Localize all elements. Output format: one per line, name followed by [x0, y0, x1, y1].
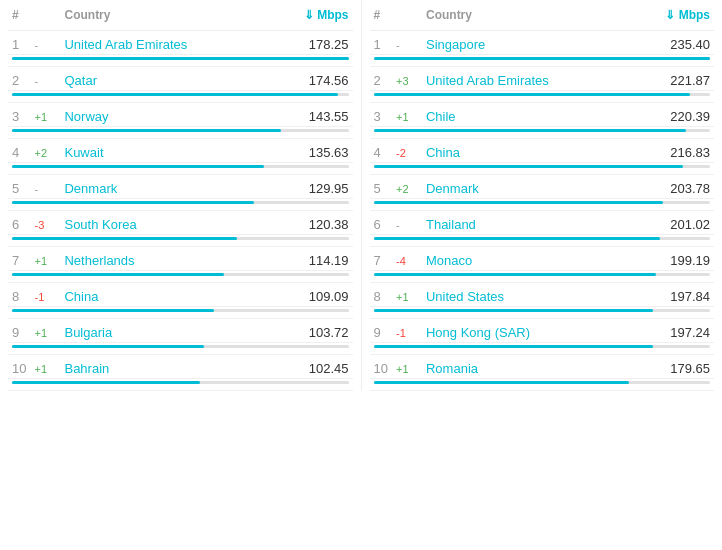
change-value: -2 — [396, 147, 406, 159]
bar-cell — [370, 91, 715, 103]
country-cell: Bahrain — [60, 355, 268, 379]
bar-fill — [374, 93, 690, 96]
bar-cell — [370, 271, 715, 283]
bar-row — [370, 91, 715, 103]
bar-container — [12, 309, 349, 312]
change-cell: +1 — [392, 103, 422, 127]
rank-cell: 1 — [8, 31, 30, 55]
rank-cell: 10 — [370, 355, 392, 379]
bar-fill — [12, 57, 349, 60]
mbps-cell: 201.02 — [630, 211, 714, 235]
mbps-cell: 203.78 — [630, 175, 714, 199]
country-cell: Chile — [422, 103, 630, 127]
rank-cell: 4 — [8, 139, 30, 163]
country-cell: Qatar — [60, 67, 268, 91]
country-name: United States — [426, 289, 504, 304]
bar-row — [370, 163, 715, 175]
bar-container — [12, 201, 349, 204]
country-cell: Denmark — [422, 175, 630, 199]
bar-fill — [12, 381, 200, 384]
ranking-table-1: #Country⇓ Mbps1-United Arab Emirates178.… — [8, 0, 353, 391]
change-cell: +1 — [392, 355, 422, 379]
country-name: China — [426, 145, 460, 160]
table-row: 4-2China216.83 — [370, 139, 715, 163]
bar-row — [8, 235, 353, 247]
rank-header: # — [370, 0, 392, 31]
mbps-header: ⇓ Mbps — [630, 0, 714, 31]
change-value: +3 — [396, 75, 409, 87]
change-cell: - — [30, 31, 60, 55]
bar-container — [12, 165, 349, 168]
change-value: - — [396, 39, 400, 51]
rank-cell: 3 — [8, 103, 30, 127]
change-cell: +3 — [392, 67, 422, 91]
rank-cell: 7 — [8, 247, 30, 271]
table-row: 3+1Norway143.55 — [8, 103, 353, 127]
country-name: Bulgaria — [64, 325, 112, 340]
country-cell: China — [60, 283, 268, 307]
change-cell: +1 — [30, 319, 60, 343]
rank-cell: 9 — [370, 319, 392, 343]
change-value: +1 — [34, 111, 47, 123]
bar-row — [8, 163, 353, 175]
bar-container — [374, 93, 711, 96]
rank-cell: 1 — [370, 31, 392, 55]
change-value: - — [34, 75, 38, 87]
change-value: +2 — [396, 183, 409, 195]
country-cell: United Arab Emirates — [422, 67, 630, 91]
bar-row — [8, 91, 353, 103]
country-name: Denmark — [426, 181, 479, 196]
bar-cell — [370, 235, 715, 247]
bar-fill — [374, 345, 653, 348]
bar-cell — [370, 163, 715, 175]
bar-row — [370, 271, 715, 283]
mbps-cell: 103.72 — [269, 319, 353, 343]
bar-cell — [370, 307, 715, 319]
bar-container — [12, 129, 349, 132]
bar-cell — [8, 235, 353, 247]
rank-cell: 10 — [8, 355, 30, 379]
mbps-cell: 174.56 — [269, 67, 353, 91]
bar-container — [374, 57, 711, 60]
change-value: +2 — [34, 147, 47, 159]
change-cell: +1 — [30, 355, 60, 379]
table-row: 7+1Netherlands114.19 — [8, 247, 353, 271]
table-container-1: #Country⇓ Mbps1-United Arab Emirates178.… — [0, 0, 362, 391]
rank-cell: 5 — [8, 175, 30, 199]
bar-container — [374, 273, 711, 276]
change-cell: +2 — [30, 139, 60, 163]
rank-cell: 7 — [370, 247, 392, 271]
bar-row — [370, 235, 715, 247]
mbps-cell: 114.19 — [269, 247, 353, 271]
bar-fill — [12, 309, 214, 312]
bar-cell — [370, 343, 715, 355]
bar-row — [8, 379, 353, 391]
change-header — [30, 0, 60, 31]
table-row: 8+1United States197.84 — [370, 283, 715, 307]
table-row: 6-Thailand201.02 — [370, 211, 715, 235]
country-cell: Netherlands — [60, 247, 268, 271]
bar-cell — [8, 91, 353, 103]
country-name: Norway — [64, 109, 108, 124]
table-row: 7-4Monaco199.19 — [370, 247, 715, 271]
bar-cell — [8, 163, 353, 175]
rank-cell: 6 — [370, 211, 392, 235]
country-cell: Denmark — [60, 175, 268, 199]
table-row: 1-United Arab Emirates178.25 — [8, 31, 353, 55]
country-header: Country — [422, 0, 630, 31]
change-cell: -1 — [392, 319, 422, 343]
change-cell: -3 — [30, 211, 60, 235]
bar-fill — [12, 93, 338, 96]
mbps-cell: 216.83 — [630, 139, 714, 163]
table-row: 10+1Bahrain102.45 — [8, 355, 353, 379]
table-row: 3+1Chile220.39 — [370, 103, 715, 127]
change-value: - — [34, 183, 38, 195]
country-cell: Singapore — [422, 31, 630, 55]
change-cell: +1 — [30, 103, 60, 127]
bar-cell — [8, 127, 353, 139]
change-cell: +1 — [30, 247, 60, 271]
download-icon: ⇓ — [304, 8, 317, 22]
mbps-cell: 129.95 — [269, 175, 353, 199]
country-name: Hong Kong (SAR) — [426, 325, 530, 340]
mbps-cell: 197.24 — [630, 319, 714, 343]
